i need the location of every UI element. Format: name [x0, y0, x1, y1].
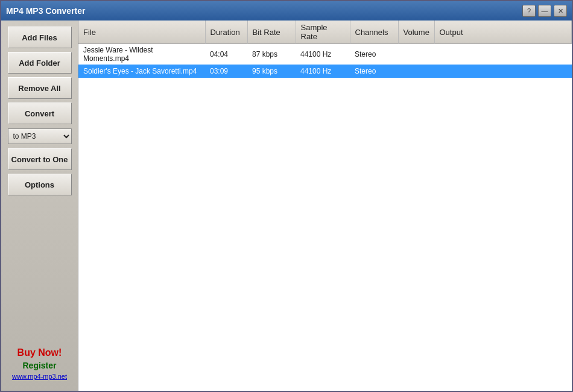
cell-bitrate: 87 kbps [247, 44, 296, 65]
col-header-samplerate: Sample Rate [296, 21, 350, 44]
cell-file: Soldier's Eyes - Jack Savoretti.mp4 [78, 65, 205, 78]
format-select-container: to MP3 to WAV to AAC to OGG [8, 128, 72, 145]
cell-output [434, 65, 572, 78]
col-header-bitrate: Bit Rate [247, 21, 296, 44]
format-select[interactable]: to MP3 to WAV to AAC to OGG [8, 128, 72, 144]
col-header-duration: Duration [205, 21, 247, 44]
minimize-button[interactable]: — [538, 5, 551, 17]
help-button[interactable]: ? [522, 5, 536, 17]
window-controls: ? — ✕ [522, 5, 567, 17]
options-button[interactable]: Options [8, 174, 72, 195]
col-header-file: File [78, 21, 205, 44]
cell-file: Jessie Ware - Wildest Moments.mp4 [78, 44, 205, 65]
col-header-output: Output [434, 21, 572, 44]
cell-volume [398, 44, 434, 65]
convert-to-one-button[interactable]: Convert to One [8, 148, 72, 170]
remove-all-button[interactable]: Remove All [8, 77, 72, 99]
main-window: MP4 MP3 Converter ? — ✕ Add Files Add Fo… [0, 0, 573, 392]
convert-button[interactable]: Convert [8, 103, 72, 124]
window-title: MP4 MP3 Converter [6, 6, 85, 16]
cell-channels: Stereo [350, 44, 398, 65]
cell-volume [398, 65, 434, 78]
buy-now-link[interactable]: Buy Now! [17, 347, 62, 358]
main-content: File Duration Bit Rate Sample Rate Chann… [78, 21, 572, 391]
table-row[interactable]: Soldier's Eyes - Jack Savoretti.mp403:09… [78, 65, 572, 78]
cell-samplerate: 44100 Hz [296, 44, 350, 65]
file-table-container: File Duration Bit Rate Sample Rate Chann… [78, 21, 572, 391]
add-files-button[interactable]: Add Files [8, 27, 72, 48]
cell-samplerate: 44100 Hz [296, 65, 350, 78]
register-link[interactable]: Register [22, 361, 56, 370]
sidebar-bottom: Buy Now! Register www.mp4-mp3.net [12, 347, 67, 385]
content-area: Add Files Add Folder Remove All Convert … [1, 21, 572, 391]
close-button[interactable]: ✕ [554, 5, 567, 17]
cell-duration: 03:09 [205, 65, 247, 78]
col-header-channels: Channels [350, 21, 398, 44]
cell-bitrate: 95 kbps [247, 65, 296, 78]
add-folder-button[interactable]: Add Folder [8, 52, 72, 74]
cell-channels: Stereo [350, 65, 398, 78]
table-row[interactable]: Jessie Ware - Wildest Moments.mp404:0487… [78, 44, 572, 65]
website-link[interactable]: www.mp4-mp3.net [12, 373, 67, 380]
table-header-row: File Duration Bit Rate Sample Rate Chann… [78, 21, 572, 44]
col-header-volume: Volume [398, 21, 434, 44]
sidebar: Add Files Add Folder Remove All Convert … [1, 21, 78, 391]
cell-output [434, 44, 572, 65]
cell-duration: 04:04 [205, 44, 247, 65]
title-bar: MP4 MP3 Converter ? — ✕ [1, 1, 572, 21]
file-table: File Duration Bit Rate Sample Rate Chann… [78, 21, 572, 78]
